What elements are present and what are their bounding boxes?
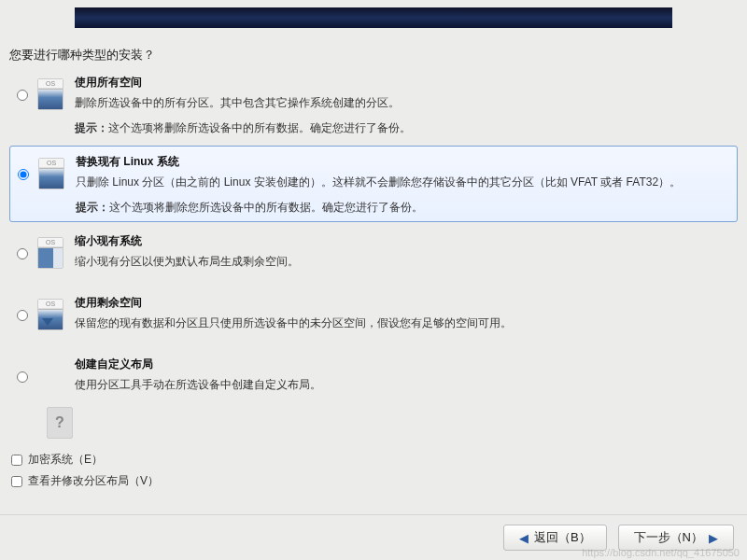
option-replace-linux-radio[interactable]: [18, 169, 29, 180]
header-banner: [75, 7, 672, 28]
option-text: 使用剩余空间 保留您的现有数据和分区且只使用所选设备中的未分区空间，假设您有足够…: [75, 293, 730, 340]
option-replace-linux[interactable]: OS 替换现有 Linux 系统 只删除 Linux 分区（由之前的 Linux…: [9, 146, 738, 222]
arrow-right-icon: ▶: [709, 531, 718, 545]
option-description: 删除所选设备中的所有分区。其中包含其它操作系统创建的分区。: [75, 94, 730, 112]
next-button[interactable]: 下一步（N） ▶: [618, 525, 734, 551]
review-layout-checkbox-row[interactable]: 查看并修改分区布局（V）: [11, 473, 159, 489]
option-use-free-space-radio[interactable]: [17, 310, 28, 321]
next-button-label: 下一步（N）: [634, 529, 703, 546]
option-hint: 提示：这个选项将删除您所选设备中的所有数据。确定您进行了备份。: [76, 199, 729, 217]
option-text: 使用所有空间 删除所选设备中的所有分区。其中包含其它操作系统创建的分区。 提示：…: [75, 73, 730, 136]
encrypt-system-checkbox[interactable]: [11, 455, 22, 466]
option-title: 创建自定义布局: [75, 357, 730, 372]
hint-body: 这个选项将删除所选设备中的所有数据。确定您进行了备份。: [108, 121, 411, 134]
disk-free-icon: OS: [37, 299, 63, 330]
option-text: 创建自定义布局 使用分区工具手动在所选设备中创建自定义布局。: [75, 355, 730, 401]
hint-label: 提示：: [75, 121, 108, 134]
footer-buttons: ◀ 返回（B） 下一步（N） ▶: [503, 525, 734, 551]
option-description: 只删除 Linux 分区（由之前的 Linux 安装创建的）。这样就不会删除您存…: [76, 174, 729, 191]
option-text: 替换现有 Linux 系统 只删除 Linux 分区（由之前的 Linux 安装…: [76, 152, 729, 216]
option-description: 保留您的现有数据和分区且只使用所选设备中的未分区空间，假设您有足够的空间可用。: [75, 315, 730, 332]
review-layout-checkbox[interactable]: [11, 476, 22, 487]
option-description: 使用分区工具手动在所选设备中创建自定义布局。: [75, 376, 730, 394]
option-custom-layout[interactable]: 创建自定义布局 使用分区工具手动在所选设备中创建自定义布局。: [9, 349, 738, 407]
option-custom-layout-radio[interactable]: [17, 371, 28, 383]
option-use-all-space[interactable]: OS 使用所有空间 删除所选设备中的所有分区。其中包含其它操作系统创建的分区。 …: [9, 67, 738, 142]
install-type-question: 您要进行哪种类型的安装？: [9, 47, 155, 63]
encrypt-system-label: 加密系统（E）: [28, 452, 103, 468]
option-hint: 提示：这个选项将删除所选设备中的所有数据。确定您进行了备份。: [75, 119, 730, 137]
disk-custom-icon: [47, 407, 73, 439]
disk-all-icon: OS: [37, 78, 63, 110]
hint-label: 提示：: [76, 201, 109, 214]
disk-shrink-icon: OS: [37, 237, 63, 269]
encrypt-system-checkbox-row[interactable]: 加密系统（E）: [11, 452, 159, 468]
option-use-all-space-radio[interactable]: [17, 90, 28, 101]
install-options-group: OS 使用所有空间 删除所选设备中的所有分区。其中包含其它操作系统创建的分区。 …: [9, 67, 738, 410]
hint-body: 这个选项将删除您所选设备中的所有数据。确定您进行了备份。: [109, 201, 423, 214]
option-title: 缩小现有系统: [75, 233, 730, 249]
back-button[interactable]: ◀ 返回（B）: [503, 525, 607, 551]
arrow-left-icon: ◀: [519, 531, 529, 545]
option-shrink-system-radio[interactable]: [17, 248, 28, 259]
review-layout-label: 查看并修改分区布局（V）: [28, 473, 159, 489]
option-description: 缩小现有分区以便为默认布局生成剩余空间。: [75, 253, 730, 271]
option-shrink-system[interactable]: OS 缩小现有系统 缩小现有分区以便为默认布局生成剩余空间。: [9, 226, 738, 284]
option-text: 缩小现有系统 缩小现有分区以便为默认布局生成剩余空间。: [75, 231, 730, 278]
footer-separator: [0, 514, 747, 515]
option-use-free-space[interactable]: OS 使用剩余空间 保留您的现有数据和分区且只使用所选设备中的未分区空间，假设您…: [9, 287, 738, 345]
back-button-label: 返回（B）: [534, 529, 591, 546]
option-title: 替换现有 Linux 系统: [76, 154, 729, 170]
bottom-checkboxes: 加密系统（E） 查看并修改分区布局（V）: [11, 452, 159, 495]
option-title: 使用所有空间: [75, 75, 730, 91]
disk-replace-icon: OS: [38, 158, 64, 189]
option-title: 使用剩余空间: [75, 295, 730, 311]
